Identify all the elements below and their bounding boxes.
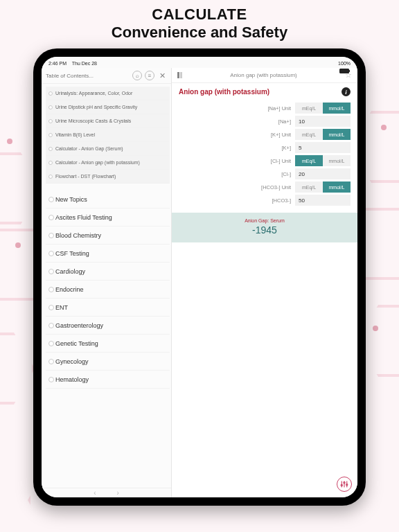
field-label: [Na+] xyxy=(254,118,291,125)
calculator-title: Anion gap (with potassium) xyxy=(179,88,269,96)
detail-body: Anion gap (with potassium) i [Na+] Unitm… xyxy=(172,83,357,497)
field-label: [Na+] Unit xyxy=(254,105,291,112)
toc-category[interactable]: Gynecology xyxy=(46,353,170,371)
wifi-icon: ᯤ xyxy=(342,57,347,58)
unit-option[interactable]: mmol/L xyxy=(323,129,351,140)
unit-segmented-control[interactable]: mEq/Lmmol/L xyxy=(295,181,351,193)
unit-option[interactable]: mEq/L xyxy=(295,181,323,193)
toc-subitem[interactable]: Calculator - Anion Gap (Serum) xyxy=(46,142,170,156)
unit-option[interactable]: mEq/L xyxy=(295,155,323,166)
toc-subitem[interactable]: Urine Microscopic Casts & Crystals xyxy=(46,114,170,128)
status-time: 2:46 PM xyxy=(48,61,66,66)
calculator-rows: [Na+] UnitmEq/Lmmol/L[Na+]10[K+] UnitmEq… xyxy=(179,103,351,206)
toc-category[interactable]: Cardiology xyxy=(46,263,170,281)
toc-category[interactable]: Ascites Fluid Testing xyxy=(46,209,170,227)
screen: 2:46 PM Thu Dec 28 ᯤ 100% Table of Conte… xyxy=(42,57,357,497)
toc-subitem[interactable]: Urine Dipstick pH and Specific Gravity xyxy=(46,100,170,114)
unit-option[interactable]: mmol/L xyxy=(323,181,351,193)
toc-category[interactable]: Endocrine xyxy=(46,281,170,299)
unit-segmented-control[interactable]: mEq/Lmmol/L xyxy=(295,103,351,114)
toc-category[interactable]: Blood Chemistry xyxy=(46,227,170,245)
settings-fab[interactable] xyxy=(337,477,352,492)
unit-option[interactable]: mmol/L xyxy=(323,155,351,166)
toc-subitem[interactable]: Urinalysis: Appearance, Color, Odor xyxy=(46,87,170,100)
unit-option[interactable]: mEq/L xyxy=(295,103,323,114)
calc-row: [Cl-] UnitmEq/Lmmol/L xyxy=(179,155,351,166)
status-right: ᯤ 100% xyxy=(338,57,351,73)
battery-pct: 100% xyxy=(338,61,351,66)
promo-headline: CALCULATE Convenience and Safety xyxy=(0,0,399,44)
battery-icon xyxy=(339,69,349,73)
calc-row: [HCO3-] UnitmEq/Lmmol/L xyxy=(179,181,351,193)
chevron-left-icon[interactable]: ‹ xyxy=(94,489,96,497)
unit-option[interactable]: mEq/L xyxy=(295,129,323,140)
detail-header: Anion gap (with potassium) ☆ xyxy=(172,68,357,83)
sidebar-title: Table of Contents... xyxy=(46,73,130,79)
search-icon[interactable]: ⌕ xyxy=(132,71,142,80)
field-label: [HCO3-] xyxy=(254,197,291,204)
value-input[interactable]: 10 xyxy=(295,116,351,127)
value-input[interactable]: 50 xyxy=(295,195,351,206)
status-left: 2:46 PM Thu Dec 28 xyxy=(48,61,97,66)
calculator: Anion gap (with potassium) i [Na+] Unitm… xyxy=(172,83,357,242)
toc-category[interactable]: Gastroenterology xyxy=(46,317,170,335)
calc-row: [Na+] UnitmEq/Lmmol/L xyxy=(179,103,351,114)
table-of-contents[interactable]: Urinalysis: Appearance, Color, OdorUrine… xyxy=(42,84,171,488)
toc-category[interactable]: Genetic Testing xyxy=(46,335,170,353)
toc-category[interactable]: New Topics xyxy=(46,190,170,209)
calc-row: [K+]5 xyxy=(179,142,351,153)
result-label: Anion Gap: Serum xyxy=(172,218,357,223)
unit-segmented-control[interactable]: mEq/Lmmol/L xyxy=(295,155,351,166)
split-panes: Table of Contents... ⌕ ≡ ✕ Urinalysis: A… xyxy=(42,68,357,497)
sidebar: Table of Contents... ⌕ ≡ ✕ Urinalysis: A… xyxy=(42,68,172,497)
calc-row: [K+] UnitmEq/Lmmol/L xyxy=(179,129,351,140)
chevron-right-icon[interactable]: › xyxy=(117,489,119,497)
sidebar-footer: ‹ › xyxy=(42,488,171,497)
filter-icon[interactable]: ≡ xyxy=(145,71,154,80)
field-label: [HCO3-] Unit xyxy=(254,184,291,190)
toc-category[interactable]: ENT xyxy=(46,299,170,317)
toc-subitem[interactable]: Vitamin B(6) Level xyxy=(46,128,170,142)
toc-subitem[interactable]: Flowchart - DST (Flowchart) xyxy=(46,170,170,184)
status-bar: 2:46 PM Thu Dec 28 ᯤ 100% xyxy=(42,57,357,68)
headline-line1: CALCULATE xyxy=(0,6,399,24)
field-label: [K+] xyxy=(254,145,291,151)
detail-pane: Anion gap (with potassium) ☆ Anion gap (… xyxy=(172,68,357,497)
sidebar-header: Table of Contents... ⌕ ≡ ✕ xyxy=(42,68,171,84)
toc-category[interactable]: CSF Testing xyxy=(46,245,170,263)
layout-toggle-icon[interactable] xyxy=(177,72,182,78)
field-label: [Cl-] Unit xyxy=(254,158,291,164)
value-input[interactable]: 5 xyxy=(295,142,351,153)
close-icon[interactable]: ✕ xyxy=(157,71,167,80)
status-date: Thu Dec 28 xyxy=(72,61,97,66)
result-panel: Anion Gap: Serum -1945 xyxy=(172,213,357,242)
calc-row: [Cl-]20 xyxy=(179,168,351,179)
toc-category[interactable]: Hematology xyxy=(46,371,170,389)
field-label: [Cl-] xyxy=(254,171,291,177)
calc-row: [Na+]10 xyxy=(179,116,351,127)
unit-option[interactable]: mmol/L xyxy=(323,103,351,114)
calculator-title-row: Anion gap (with potassium) i xyxy=(179,87,351,100)
info-icon[interactable]: i xyxy=(342,87,351,96)
headline-line2: Convenience and Safety xyxy=(0,24,399,42)
calc-row: [HCO3-]50 xyxy=(179,195,351,206)
toc-subitem[interactable]: Calculator - Anion gap (with potassium) xyxy=(46,156,170,170)
device-frame: 2:46 PM Thu Dec 28 ᯤ 100% Table of Conte… xyxy=(33,48,366,506)
result-value: -1945 xyxy=(172,224,357,236)
unit-segmented-control[interactable]: mEq/Lmmol/L xyxy=(295,129,351,140)
detail-title: Anion gap (with potassium) xyxy=(186,72,341,78)
value-input[interactable]: 20 xyxy=(295,168,351,179)
field-label: [K+] Unit xyxy=(254,132,291,138)
